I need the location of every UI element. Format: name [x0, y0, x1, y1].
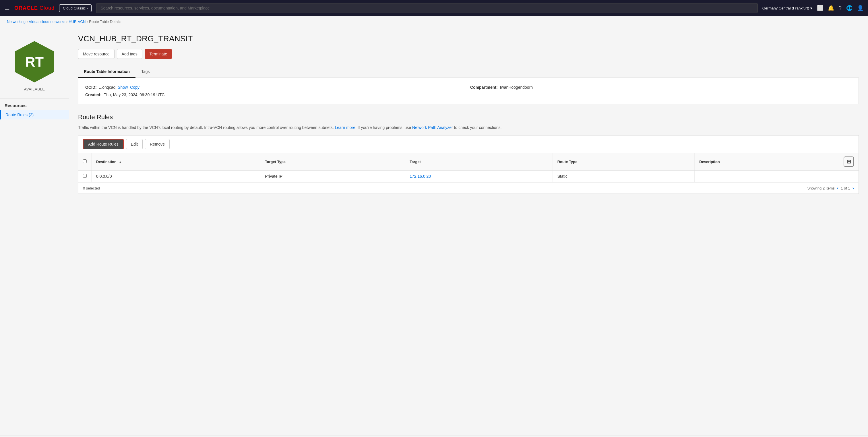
prev-page-button[interactable]: ‹ [837, 186, 838, 191]
sort-destination-icon: ▲ [119, 160, 122, 164]
sidebar-resources-label: Resources [0, 98, 69, 110]
compartment-value: IwanHoogendoorn [500, 85, 533, 90]
top-navigation: ☰ ORACLE Cloud Cloud Classic › Germany C… [0, 0, 868, 16]
table-row: 0.0.0.0/0 Private IP 172.16.0.20 Static [79, 170, 859, 182]
target-link[interactable]: 172.16.0.20 [410, 174, 431, 179]
user-avatar[interactable]: 👤 [857, 5, 863, 11]
destination-header[interactable]: Destination ▲ [92, 153, 260, 170]
compartment-row: Compartment: IwanHoogendoorn [470, 85, 851, 90]
target-header: Target [405, 153, 553, 170]
ocid-label: OCID: [85, 85, 97, 90]
status-badge: AVAILABLE [24, 87, 45, 91]
remove-button[interactable]: Remove [145, 139, 169, 149]
sidebar-item-route-rules[interactable]: Route Rules (2) [0, 110, 69, 120]
ocid-value: ...ohqcaq [99, 85, 116, 90]
bell-icon[interactable]: 🔔 [828, 5, 834, 11]
info-panel: OCID: ...ohqcaq Show Copy Created: Thu, … [78, 78, 859, 104]
page-footer: Terms of Use and Privacy Cookie Preferen… [0, 436, 868, 437]
breadcrumb-vcn[interactable]: Virtual cloud networks [29, 20, 65, 24]
hexagon-initials: RT [25, 54, 43, 70]
info-grid: OCID: ...ohqcaq Show Copy Created: Thu, … [85, 85, 851, 97]
row-route-type: Static [553, 170, 694, 182]
breadcrumb-networking[interactable]: Networking [7, 20, 26, 24]
add-route-rules-button[interactable]: Add Route Rules [83, 139, 124, 149]
row-empty-cell [839, 170, 859, 182]
cloud-classic-button[interactable]: Cloud Classic › [59, 4, 92, 12]
row-checkbox[interactable] [83, 174, 87, 178]
target-type-header: Target Type [260, 153, 405, 170]
row-checkbox-cell[interactable] [79, 170, 92, 182]
description-header: Description [694, 153, 839, 170]
network-path-analyzer-link[interactable]: Network Path Analyzer [412, 125, 453, 130]
table-footer: 0 selected Showing 2 items ‹ 1 of 1 › [78, 182, 859, 194]
table-body: 0.0.0.0/0 Private IP 172.16.0.20 Static [79, 170, 859, 182]
ocid-row: OCID: ...ohqcaq Show Copy [85, 85, 467, 90]
action-buttons: Move resource Add tags Terminate [78, 49, 859, 59]
table-help-icon[interactable]: ⊞ [844, 156, 854, 167]
table-header: Destination ▲ Target Type Target Route T… [79, 153, 859, 170]
globe-icon[interactable]: 🌐 [846, 5, 852, 11]
tab-tags[interactable]: Tags [135, 66, 156, 78]
row-destination: 0.0.0.0/0 [92, 170, 260, 182]
created-label: Created: [85, 92, 102, 97]
compartment-label: Compartment: [470, 85, 498, 90]
learn-more-link[interactable]: Learn more. [335, 125, 356, 130]
nav-right: Germany Central (Frankfurt) ▾ ⬜ 🔔 ? 🌐 👤 [763, 5, 863, 11]
resource-icon-container: RT AVAILABLE [0, 34, 69, 96]
tabs: Route Table Information Tags [78, 66, 859, 78]
hamburger-menu[interactable]: ☰ [5, 5, 10, 11]
help-icon[interactable]: ? [839, 5, 842, 11]
pagination: Showing 2 items ‹ 1 of 1 › [807, 186, 854, 191]
next-page-button[interactable]: › [852, 186, 854, 191]
region-selector[interactable]: Germany Central (Frankfurt) ▾ [763, 6, 812, 10]
route-rules-description: Traffic within the VCN is handled by the… [78, 124, 859, 131]
content-area: VCN_HUB_RT_DRG_TRANSIT Move resource Add… [69, 27, 868, 436]
tab-route-table-information[interactable]: Route Table Information [78, 66, 135, 78]
oracle-logo: ORACLE Cloud [14, 5, 55, 11]
route-rules-section-title: Route Rules [78, 114, 859, 121]
terminate-button[interactable]: Terminate [145, 49, 172, 59]
row-target[interactable]: 172.16.0.20 [405, 170, 553, 182]
created-value: Thu, May 23, 2024, 06:30:19 UTC [104, 92, 165, 97]
select-all-checkbox[interactable] [83, 159, 87, 163]
edit-button[interactable]: Edit [126, 139, 143, 149]
page-title: VCN_HUB_RT_DRG_TRANSIT [78, 34, 859, 43]
showing-count: Showing 2 items [807, 186, 834, 190]
console-icon[interactable]: ⬜ [817, 5, 823, 11]
ocid-show-link[interactable]: Show [118, 85, 128, 90]
table-help-header[interactable]: ⊞ [839, 153, 859, 170]
breadcrumb: Networking › Virtual cloud networks › HU… [0, 16, 868, 27]
route-type-header: Route Type [553, 153, 694, 170]
add-tags-button[interactable]: Add tags [117, 49, 143, 59]
breadcrumb-current: Route Table Details [89, 20, 121, 24]
table-toolbar: Add Route Rules Edit Remove [78, 135, 859, 153]
resource-hexagon: RT [11, 39, 57, 85]
main-content: RT AVAILABLE Resources Route Rules (2) V… [0, 27, 868, 436]
select-all-header[interactable] [79, 153, 92, 170]
move-resource-button[interactable]: Move resource [78, 49, 115, 59]
selected-count: 0 selected [83, 186, 100, 190]
page-indicator: 1 of 1 [841, 186, 850, 190]
breadcrumb-hub-vcn[interactable]: HUB-VCN [69, 20, 86, 24]
search-input[interactable] [96, 3, 757, 13]
sidebar: RT AVAILABLE Resources Route Rules (2) [0, 27, 69, 436]
route-rules-table: Destination ▲ Target Type Target Route T… [78, 153, 859, 182]
ocid-copy-link[interactable]: Copy [130, 85, 140, 90]
row-description [694, 170, 839, 182]
row-target-type: Private IP [260, 170, 405, 182]
created-row: Created: Thu, May 23, 2024, 06:30:19 UTC [85, 92, 467, 97]
